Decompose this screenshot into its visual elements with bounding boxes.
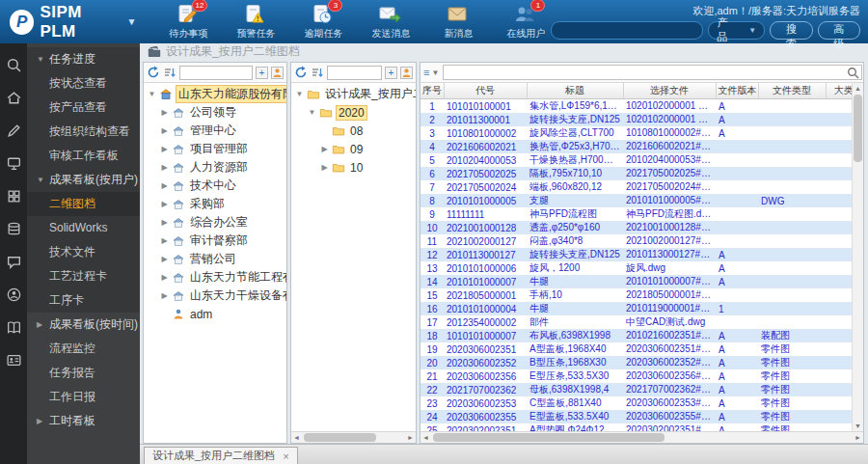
table-row[interactable]: 911111111神马PFD流程图神马PFD流程图.dwg bbox=[420, 207, 852, 221]
scroll-down-icon[interactable]: ▼ bbox=[854, 421, 861, 431]
chevron-down-icon[interactable]: ▼ bbox=[148, 90, 156, 98]
org-tree-node-9[interactable]: ▶审计督察部 bbox=[144, 232, 286, 250]
column-header-6[interactable]: 文件类型 bbox=[758, 83, 826, 99]
sidebar-item-1[interactable]: ▼任务进度 bbox=[27, 47, 140, 71]
chevron-right-icon[interactable]: ▶ bbox=[160, 163, 169, 172]
table-row[interactable]: 132010101000006旋风，1200旋风.dwgA bbox=[420, 261, 852, 275]
table-row[interactable]: 2201011300001旋转接头支座,DN1251020102000001 天… bbox=[420, 113, 852, 126]
chevron-right-icon[interactable]: ▶ bbox=[160, 291, 169, 300]
sidebar-item-6[interactable]: ▼成果看板(按用户) bbox=[27, 168, 140, 192]
toolbar-clock-item[interactable]: 3逾期任务 bbox=[298, 3, 348, 41]
toolbar-users-item[interactable]: 1在线用户 bbox=[501, 3, 551, 41]
sidebar-item-2[interactable]: 按状态查看 bbox=[27, 71, 140, 96]
chevron-right-icon[interactable]: ▶ bbox=[160, 236, 169, 245]
org-tree-search-input[interactable] bbox=[179, 66, 253, 80]
chevron-right-icon[interactable]: ▶ bbox=[160, 108, 169, 117]
chevron-right-icon[interactable]: ▶ bbox=[160, 126, 169, 135]
search-button[interactable]: 搜索 bbox=[770, 21, 812, 40]
vertical-scrollbar[interactable]: ▲ ▼ bbox=[852, 83, 863, 431]
org-tree-node-7[interactable]: ▶采购部 bbox=[144, 195, 286, 213]
scrollbar-thumb[interactable] bbox=[433, 433, 665, 442]
sidebar-item-15[interactable]: 工作日报 bbox=[27, 385, 140, 409]
search-icon[interactable] bbox=[847, 66, 860, 79]
home-icon[interactable] bbox=[6, 90, 22, 106]
table-row[interactable]: 42021606002021换热管,Φ25x3,H700干,错排...20216… bbox=[420, 140, 852, 153]
presentation-icon[interactable] bbox=[6, 155, 22, 172]
org-tree-node-12[interactable]: ▶山东天力干燥设备有限公司 bbox=[144, 287, 286, 305]
column-header-7[interactable]: 大类 bbox=[826, 83, 852, 99]
table-row[interactable]: 232020306002353C型盖板,881X402020306002353#… bbox=[420, 396, 852, 410]
scroll-right-icon[interactable]: ► bbox=[853, 434, 863, 441]
locate-user-button[interactable] bbox=[271, 67, 284, 79]
table-row[interactable]: 252020302002351A型垫圈,Φ24Φ12,1.82020302002… bbox=[420, 423, 852, 431]
folder-tree-node-1[interactable]: ▼设计成果_按用户二维图档_公... bbox=[291, 85, 416, 103]
column-header-4[interactable]: 选择文件 bbox=[623, 83, 716, 99]
folder-tree-node-2[interactable]: ▼2020 bbox=[291, 103, 416, 122]
chevron-right-icon[interactable]: ▶ bbox=[160, 181, 169, 190]
scrollbar-thumb[interactable] bbox=[854, 95, 862, 162]
table-row[interactable]: 31010801000002旋风除尘器,CLT7001010801000002#… bbox=[420, 126, 852, 140]
sidebar-item-13[interactable]: 流程监控 bbox=[27, 337, 140, 361]
table-row[interactable]: 62021705002025隔板,795x710,102021705002025… bbox=[420, 167, 852, 180]
chevron-right-icon[interactable]: ▶ bbox=[160, 255, 169, 263]
sidebar-item-11[interactable]: 工序卡 bbox=[27, 288, 140, 313]
chevron-right-icon[interactable]: ▶ bbox=[160, 145, 169, 153]
org-tree-node-8[interactable]: ▶综合办公室 bbox=[144, 213, 286, 232]
org-tree-node-10[interactable]: ▶营销公司 bbox=[144, 250, 286, 268]
advanced-search-button[interactable]: 高级 bbox=[818, 21, 860, 40]
sidebar-item-14[interactable]: 任务报告 bbox=[27, 361, 140, 385]
toolbar-todo-item[interactable]: 12待办事项 bbox=[163, 3, 213, 41]
folder-tree-search-input[interactable] bbox=[327, 66, 382, 80]
toolbar-mail-item[interactable]: 新消息 bbox=[433, 3, 483, 41]
folder-tree-node-4[interactable]: ▶09 bbox=[291, 140, 416, 158]
table-row[interactable]: 242020306002355E型盖板,533.5X40202030600235… bbox=[420, 410, 852, 423]
org-tree-node-4[interactable]: ▶项目管理部 bbox=[144, 140, 286, 158]
chevron-right-icon[interactable]: ▶ bbox=[320, 145, 329, 153]
horizontal-scrollbar[interactable]: ◄ ► bbox=[291, 431, 416, 443]
horizontal-scrollbar[interactable]: ◄ ► bbox=[420, 431, 863, 443]
chevron-right-icon[interactable]: ▶ bbox=[160, 218, 169, 227]
table-row[interactable]: 72021705002024端板,960x820,122021705002024… bbox=[420, 180, 852, 194]
table-row[interactable]: 1101010100001集水管,LΦ159*6,102010201020000… bbox=[420, 99, 852, 114]
chevron-down-icon[interactable]: ▼ bbox=[295, 90, 304, 98]
refresh-icon[interactable] bbox=[147, 66, 160, 79]
sidebar-item-8[interactable]: SolidWorks bbox=[27, 216, 140, 240]
sidebar-item-9[interactable]: 技术文件 bbox=[27, 240, 140, 264]
close-icon[interactable]: × bbox=[283, 450, 288, 462]
table-row[interactable]: 202020306002352B型压条,1968X302020306002352… bbox=[420, 356, 852, 369]
table-row[interactable]: 181010101000007布风板,6398X1998201021600235… bbox=[420, 329, 852, 342]
sort-icon[interactable] bbox=[311, 66, 324, 79]
org-tree-node-6[interactable]: ▶技术中心 bbox=[144, 177, 286, 195]
sidebar-item-3[interactable]: 按产品查看 bbox=[27, 96, 140, 120]
global-search-input[interactable] bbox=[551, 21, 703, 40]
column-header-5[interactable]: 文件版本 bbox=[716, 83, 758, 99]
scroll-left-icon[interactable]: ◄ bbox=[420, 434, 431, 441]
toolbar-warning-item[interactable]: 预警任务 bbox=[231, 3, 281, 41]
edit-icon[interactable] bbox=[6, 123, 22, 139]
locate-user-button[interactable] bbox=[400, 67, 413, 79]
folder-tree-node-3[interactable]: 08 bbox=[291, 122, 416, 140]
chevron-right-icon[interactable]: ▶ bbox=[160, 200, 169, 208]
sidebar-item-12[interactable]: ▶成果看板(按时间) bbox=[27, 313, 140, 337]
table-menu-button[interactable]: ≡▼ bbox=[423, 67, 439, 78]
sidebar-item-10[interactable]: 工艺过程卡 bbox=[27, 264, 140, 288]
chevron-down-icon[interactable]: ▼ bbox=[308, 108, 316, 117]
org-tree-node-1[interactable]: ▼山东天力能源股份有限公司 bbox=[144, 85, 286, 103]
sidebar-item-5[interactable]: 审核工作看板 bbox=[27, 144, 140, 168]
scroll-right-icon[interactable]: ► bbox=[405, 434, 416, 441]
expand-all-button[interactable]: + bbox=[256, 67, 268, 79]
table-row[interactable]: 192020306002351A型盖板,1968X402020306002351… bbox=[420, 342, 852, 356]
table-row[interactable]: 142010101000007牛腿2010101000007#牛腿,1腿...A bbox=[420, 275, 852, 288]
contact-card-icon[interactable] bbox=[6, 352, 22, 368]
building-icon[interactable] bbox=[6, 188, 22, 205]
sort-icon[interactable] bbox=[163, 66, 176, 79]
search-scope-select[interactable]: 产品 ▼ bbox=[708, 21, 765, 40]
table-filter-input[interactable] bbox=[443, 65, 862, 80]
org-tree-node-11[interactable]: ▶山东天力节能工程有限公司 bbox=[144, 268, 286, 287]
table-row[interactable]: 162010101000004牛腿2010119000001#牛腿,500...… bbox=[420, 302, 852, 315]
folder-tree-node-5[interactable]: ▶10 bbox=[291, 158, 416, 177]
table-row[interactable]: 102021001000128透盖,φ250*φ1602021001000128… bbox=[420, 221, 852, 234]
refresh-icon[interactable] bbox=[294, 66, 308, 79]
toolbar-send-item[interactable]: 发送消息 bbox=[366, 3, 416, 41]
scroll-left-icon[interactable]: ◄ bbox=[291, 434, 302, 441]
